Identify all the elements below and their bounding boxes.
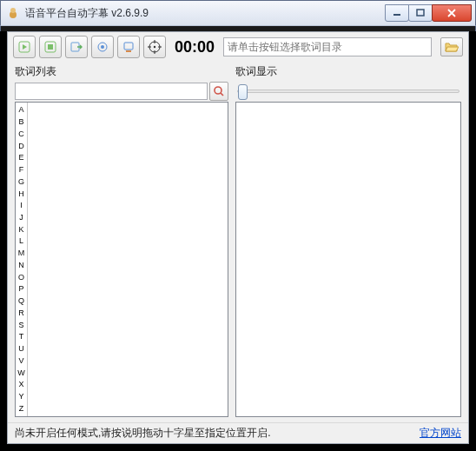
alpha-index-M[interactable]: M (16, 248, 27, 260)
stop-button[interactable] (39, 36, 62, 58)
maximize-button[interactable] (408, 4, 433, 22)
titlebar[interactable]: 语音平台自动字幕 v2.6.9.9 (0, 0, 476, 26)
app-icon (6, 6, 20, 20)
settings-button[interactable] (91, 36, 114, 58)
app-window: 语音平台自动字幕 v2.6.9.9 (0, 0, 476, 451)
window-title: 语音平台自动字幕 v2.6.9.9 (25, 6, 386, 21)
official-site-link[interactable]: 官方网站 (420, 426, 461, 441)
toolbar: 00:00 (8, 32, 468, 62)
lyrics-list-label: 歌词列表 (15, 64, 56, 79)
target-button[interactable] (143, 36, 166, 58)
slider-thumb[interactable] (238, 84, 248, 100)
alpha-index-B[interactable]: B (16, 116, 27, 129)
lyrics-display-label: 歌词显示 (235, 64, 277, 79)
svg-rect-3 (417, 10, 424, 16)
svg-point-1 (10, 8, 16, 13)
svg-rect-11 (126, 50, 131, 52)
lyrics-display-panel: 歌词显示 (235, 62, 461, 417)
alphabet-index[interactable]: ABCDEFGHIJKLMNOPQRSTUVWXYZ (16, 103, 28, 416)
send-button[interactable] (65, 36, 88, 58)
lyrics-search-input[interactable] (15, 83, 208, 100)
alpha-index-V[interactable]: V (16, 355, 27, 367)
alpha-index-Y[interactable]: Y (16, 391, 27, 403)
lyrics-list-body[interactable] (28, 103, 228, 416)
window-controls (386, 4, 472, 22)
client-area: 00:00 歌词列表 ABCDEFGHIJKLMNOPQRSTUVWXYZ (7, 31, 469, 444)
alpha-index-F[interactable]: F (16, 164, 27, 176)
alpha-index-Q[interactable]: Q (16, 295, 27, 308)
lyrics-folder-input[interactable] (223, 37, 432, 56)
alpha-index-A[interactable]: A (16, 104, 27, 116)
alpha-index-J[interactable]: J (16, 212, 27, 224)
alpha-index-R[interactable]: R (16, 307, 27, 319)
play-button[interactable] (13, 36, 36, 58)
svg-rect-6 (48, 44, 53, 50)
lyrics-display-area (235, 102, 461, 417)
lyrics-list-panel: 歌词列表 ABCDEFGHIJKLMNOPQRSTUVWXYZ (15, 62, 228, 417)
lyrics-list[interactable]: ABCDEFGHIJKLMNOPQRSTUVWXYZ (15, 102, 228, 417)
svg-point-9 (101, 45, 104, 49)
alpha-index-U[interactable]: U (16, 343, 27, 355)
alpha-index-P[interactable]: P (16, 283, 27, 295)
lyrics-search-button[interactable] (209, 82, 228, 101)
device-button[interactable] (117, 36, 140, 58)
time-display: 00:00 (175, 39, 215, 55)
alpha-index-N[interactable]: N (16, 260, 27, 272)
browse-folder-button[interactable] (440, 37, 463, 56)
alpha-index-E[interactable]: E (16, 152, 27, 164)
status-text: 尚未开启任何模式,请按说明拖动十字星至指定位置开启. (15, 426, 420, 441)
lyrics-opacity-slider[interactable] (237, 90, 459, 93)
svg-rect-10 (124, 43, 133, 50)
alpha-index-G[interactable]: G (16, 176, 27, 188)
alpha-index-K[interactable]: K (16, 223, 27, 235)
alpha-index-L[interactable]: L (16, 235, 27, 248)
svg-point-14 (215, 87, 221, 94)
alpha-index-T[interactable]: T (16, 331, 27, 343)
alpha-index-X[interactable]: X (16, 379, 27, 391)
alpha-index-Z[interactable]: Z (16, 402, 27, 415)
status-bar: 尚未开启任何模式,请按说明拖动十字星至指定位置开启. 官方网站 (8, 422, 468, 443)
columns: 歌词列表 ABCDEFGHIJKLMNOPQRSTUVWXYZ 歌词显示 (8, 62, 468, 422)
alpha-index-O[interactable]: O (16, 271, 27, 283)
close-button[interactable] (432, 4, 472, 22)
alpha-index-D[interactable]: D (16, 140, 27, 152)
minimize-button[interactable] (385, 4, 409, 22)
svg-point-13 (154, 46, 155, 48)
alpha-index-W[interactable]: W (16, 367, 27, 379)
alpha-index-C[interactable]: C (16, 128, 27, 140)
alpha-index-H[interactable]: H (16, 188, 27, 200)
alpha-index-S[interactable]: S (16, 319, 27, 331)
svg-rect-2 (393, 14, 400, 16)
alpha-index-I[interactable]: I (16, 200, 27, 212)
